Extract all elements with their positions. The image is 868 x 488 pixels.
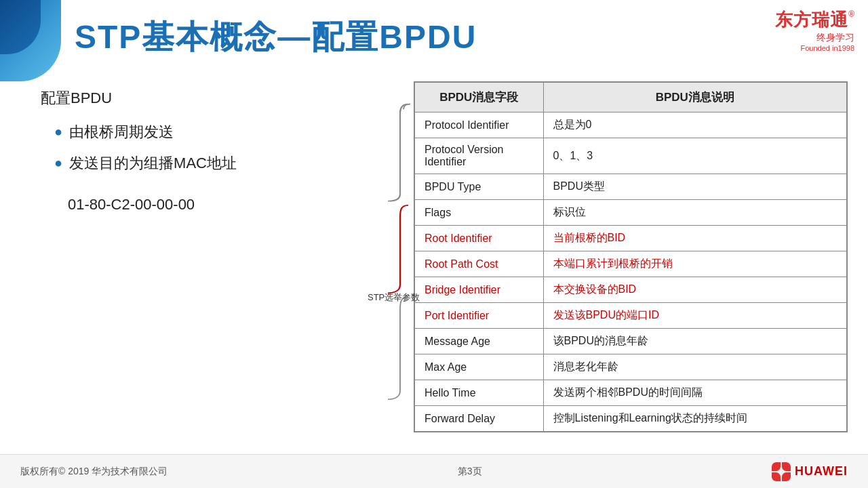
field-name-0: Protocol Identifier bbox=[414, 113, 543, 138]
logo-slogan: 终身学习 bbox=[816, 32, 854, 44]
field-desc-8: 该BPDU的消息年龄 bbox=[543, 329, 847, 354]
petal-2 bbox=[782, 462, 791, 471]
footer-copyright: 版权所有© 2019 华为技术有限公司 bbox=[20, 466, 167, 478]
field-desc-6: 本交换设备的BID bbox=[543, 277, 847, 303]
huawei-text: HUAWEI bbox=[795, 464, 848, 479]
field-name-3: Flags bbox=[414, 200, 543, 226]
field-desc-11: 控制Listening和Learning状态的持续时间 bbox=[543, 406, 847, 432]
table-row: Hello Time发送两个相邻BPDU的时间间隔 bbox=[414, 380, 847, 406]
field-name-5: Root Path Cost bbox=[414, 251, 543, 277]
huawei-logo: HUAWEI bbox=[772, 462, 848, 481]
col1-header: BPDU消息字段 bbox=[414, 82, 543, 113]
table-wrapper: STP选举参数 BPDU消息字段 BPDU消息说明 Protocol Ident… bbox=[366, 81, 848, 432]
brand-logo: 东方瑞通 ® 终身学习 Founded in1998 bbox=[775, 8, 854, 52]
field-desc-7: 发送该BPDU的端口ID bbox=[543, 303, 847, 329]
bracket-svg bbox=[366, 81, 414, 432]
field-name-9: Max Age bbox=[414, 354, 543, 380]
col2-header: BPDU消息说明 bbox=[543, 82, 847, 113]
petal-1 bbox=[772, 462, 781, 471]
field-desc-2: BPDU类型 bbox=[543, 174, 847, 200]
brand-name: 东方瑞通 bbox=[775, 8, 848, 32]
huawei-flower-icon bbox=[772, 462, 791, 481]
table-row: Forward Delay控制Listening和Learning状态的持续时间 bbox=[414, 406, 847, 432]
field-name-7: Port Identifier bbox=[414, 303, 543, 329]
right-panel: STP选举参数 BPDU消息字段 BPDU消息说明 Protocol Ident… bbox=[366, 81, 848, 447]
field-desc-3: 标识位 bbox=[543, 200, 847, 226]
bullet-item-1: 由根桥周期发送 bbox=[54, 122, 353, 142]
table-row: BPDU TypeBPDU类型 bbox=[414, 174, 847, 200]
page-header: STP基本概念—配置BPDU bbox=[0, 0, 868, 75]
field-name-4: Root Identifier bbox=[414, 226, 543, 251]
table-row: Protocol Version Identifier0、1、3 bbox=[414, 138, 847, 174]
footer: 版权所有© 2019 华为技术有限公司 第3页 HUAWEI bbox=[0, 454, 868, 488]
field-name-10: Hello Time bbox=[414, 380, 543, 406]
field-desc-10: 发送两个相邻BPDU的时间间隔 bbox=[543, 380, 847, 406]
table-row: Root Identifier当前根桥的BID bbox=[414, 226, 847, 251]
footer-page: 第3页 bbox=[458, 466, 482, 478]
registered-mark: ® bbox=[848, 9, 854, 19]
field-name-11: Forward Delay bbox=[414, 406, 543, 432]
table-row: Max Age消息老化年龄 bbox=[414, 354, 847, 380]
table-row: Bridge Identifier本交换设备的BID bbox=[414, 277, 847, 303]
field-desc-1: 0、1、3 bbox=[543, 138, 847, 174]
field-desc-0: 总是为0 bbox=[543, 113, 847, 138]
stp-election-label: STP选举参数 bbox=[368, 291, 420, 304]
bullet-list: 由根桥周期发送 发送目的为组播MAC地址 bbox=[41, 122, 353, 184]
field-name-8: Message Age bbox=[414, 329, 543, 354]
main-content: 配置BPDU 由根桥周期发送 发送目的为组播MAC地址 01-80-C2-00-… bbox=[0, 75, 868, 454]
petal-4 bbox=[782, 472, 791, 481]
field-desc-4: 当前根桥的BID bbox=[543, 226, 847, 251]
table-row: Port Identifier发送该BPDU的端口ID bbox=[414, 303, 847, 329]
field-desc-5: 本端口累计到根桥的开销 bbox=[543, 251, 847, 277]
page-title: STP基本概念—配置BPDU bbox=[75, 16, 477, 59]
petal-3 bbox=[772, 472, 781, 481]
bpdu-table: BPDU消息字段 BPDU消息说明 Protocol Identifier总是为… bbox=[414, 81, 848, 432]
table-row: Message Age该BPDU的消息年龄 bbox=[414, 329, 847, 354]
table-row: Flags标识位 bbox=[414, 200, 847, 226]
table-row: Protocol Identifier总是为0 bbox=[414, 113, 847, 138]
table-row: Root Path Cost本端口累计到根桥的开销 bbox=[414, 251, 847, 277]
field-name-6: Bridge Identifier bbox=[414, 277, 543, 303]
bullet-item-2: 发送目的为组播MAC地址 bbox=[54, 153, 353, 174]
config-title: 配置BPDU bbox=[41, 88, 353, 108]
logo-founded: Founded in1998 bbox=[800, 44, 854, 52]
field-name-1: Protocol Version Identifier bbox=[414, 138, 543, 174]
field-name-2: BPDU Type bbox=[414, 174, 543, 200]
left-panel: 配置BPDU 由根桥周期发送 发送目的为组播MAC地址 01-80-C2-00-… bbox=[41, 81, 353, 447]
mac-address: 01-80-C2-00-00-00 bbox=[41, 196, 353, 214]
field-desc-9: 消息老化年龄 bbox=[543, 354, 847, 380]
